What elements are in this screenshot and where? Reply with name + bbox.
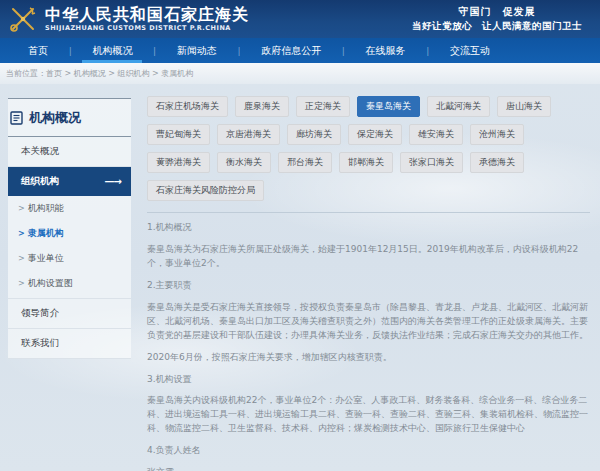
nav-item-interaction[interactable]: 交流互动: [440, 38, 500, 63]
caret-icon: >: [18, 229, 25, 238]
paragraph: 秦皇岛海关是受石家庄海关直接领导，按授权负责秦皇岛市（除昌黎县、青龙县、卢龙县、…: [147, 301, 590, 343]
nav-item-overview[interactable]: 机构概况: [82, 38, 142, 63]
tag-xiongan[interactable]: 雄安海关: [409, 124, 463, 145]
sidebar-item-label: 组织机构: [21, 175, 59, 188]
section-heading-3: 3.机构设置: [147, 373, 590, 387]
tag-luquan[interactable]: 鹿泉海关: [235, 96, 289, 117]
tag-caofeidian[interactable]: 曹妃甸海关: [147, 124, 210, 145]
nav-item-gov-info[interactable]: 政府信息公开: [251, 38, 331, 63]
nav-separator: |: [237, 38, 240, 63]
slogan-line1: 守国门 促发展: [412, 4, 582, 19]
header-slogan: 守国门 促发展 当好让党放心 让人民满意的国门卫士: [412, 4, 588, 33]
tag-risk-control-branch[interactable]: 石家庄海关风险防控分局: [147, 180, 264, 201]
nav-item-online-service[interactable]: 在线服务: [356, 38, 416, 63]
nav-item-home[interactable]: 首页: [18, 38, 58, 63]
tag-langfang[interactable]: 廊坊海关: [287, 124, 341, 145]
sidebar-item-zuzhi-jigou[interactable]: 组织机构 —→: [8, 167, 131, 196]
tag-zhengding[interactable]: 正定海关: [296, 96, 350, 117]
paragraph: 张文霄: [147, 466, 590, 471]
sidebar-subitem-label: 事业单位: [28, 253, 64, 263]
breadcrumb: 当前位置：首页 > 机构概况 > 组织机构 > 隶属机构: [0, 63, 600, 84]
site-title: 中华人民共和国石家庄海关 SHIJIAZHUANG CUSTOMS DISTRI…: [45, 6, 249, 33]
main-content: 石家庄机场海关 鹿泉海关 正定海关 秦皇岛海关 北戴河海关 唐山海关 曹妃甸海关…: [147, 96, 590, 471]
sidebar-item-lianxi-women[interactable]: 联系我们: [8, 329, 131, 359]
site-title-cn: 中华人民共和国石家庄海关: [45, 6, 249, 24]
tag-hengshui[interactable]: 衡水海关: [217, 152, 271, 173]
tag-zhangjiakou[interactable]: 张家口海关: [400, 152, 463, 173]
section-heading-1: 1.机构概况: [147, 221, 590, 235]
nav-item-news[interactable]: 新闻动态: [167, 38, 227, 63]
caret-icon: >: [18, 204, 25, 213]
sidebar-subitem-jigou-zhineng[interactable]: >机构职能: [8, 196, 131, 221]
paragraph: 秦皇岛海关内设科级机构22个，事业单位2个：办公室、人事政工科、财务装备科、综合…: [147, 394, 590, 436]
tag-shijiazhuang-airport[interactable]: 石家庄机场海关: [147, 96, 228, 117]
sidebar-subitem-shiye-danwei[interactable]: >事业单位: [8, 246, 131, 271]
sidebar-subitem-label: 机构职能: [28, 203, 64, 213]
document-icon: [10, 111, 23, 125]
tag-tangshan[interactable]: 唐山海关: [497, 96, 551, 117]
customs-emblem-icon: [8, 4, 38, 34]
nav-separator: |: [342, 38, 345, 63]
article: 1.机构概况 秦皇岛海关为石家庄海关所属正处级海关，始建于1901年12月15日…: [147, 221, 590, 471]
sidebar-title-label: 机构概况: [29, 109, 81, 127]
site-title-en: SHIJIAZHUANG CUSTOMS DISTRICT P.R.CHINA: [45, 25, 249, 32]
page-body: 机构概况 本关概况 组织机构 —→ >机构职能 >隶属机构 >事业单位 >机构设…: [0, 84, 600, 471]
main-nav: 首页 | 机构概况 | 新闻动态 | 政府信息公开 | 在线服务 | 交流互动: [0, 38, 600, 63]
sidebar-subitem-label: 机构设置图: [28, 278, 73, 288]
section-heading-4: 4.负责人姓名: [147, 444, 590, 458]
nav-separator: |: [69, 38, 72, 63]
section-heading-2: 2.主要职责: [147, 279, 590, 293]
sidebar-title: 机构概况: [8, 99, 131, 137]
nav-separator: |: [153, 38, 156, 63]
nav-separator: |: [426, 38, 429, 63]
slogan-line2: 当好让党放心 让人民满意的国门卫士: [412, 19, 582, 33]
tag-huanghuagang[interactable]: 黄骅港海关: [147, 152, 210, 173]
tag-qinhuangdao[interactable]: 秦皇岛海关: [357, 96, 420, 117]
arrow-right-icon: —→: [105, 176, 121, 187]
tag-cangzhou[interactable]: 沧州海关: [470, 124, 524, 145]
sidebar-item-lingdao-jianjie[interactable]: 领导简介: [8, 299, 131, 329]
sidebar-item-benguan-gaikuang[interactable]: 本关概况: [8, 137, 131, 167]
paragraph: 2020年6月份，按照石家庄海关要求，增加辖区内核查职责。: [147, 351, 590, 365]
sidebar-subitem-label: 隶属机构: [28, 228, 64, 238]
sidebar-subgroup: >机构职能 >隶属机构 >事业单位 >机构设置图: [8, 196, 131, 299]
sidebar-subitem-jigou-shezhitu[interactable]: >机构设置图: [8, 271, 131, 296]
customs-office-tabs: 石家庄机场海关 鹿泉海关 正定海关 秦皇岛海关 北戴河海关 唐山海关 曹妃甸海关…: [147, 96, 590, 213]
sidebar-subitem-lishu-jigou[interactable]: >隶属机构: [8, 221, 131, 246]
caret-icon: >: [18, 279, 25, 288]
paragraph: 秦皇岛海关为石家庄海关所属正处级海关，始建于1901年12月15日。2019年机…: [147, 243, 590, 271]
tag-beidaihe[interactable]: 北戴河海关: [427, 96, 490, 117]
caret-icon: >: [18, 254, 25, 263]
sidebar: 机构概况 本关概况 组织机构 —→ >机构职能 >隶属机构 >事业单位 >机构设…: [8, 98, 131, 359]
tag-chengde[interactable]: 承德海关: [470, 152, 524, 173]
tag-baoding[interactable]: 保定海关: [348, 124, 402, 145]
site-header: 中华人民共和国石家庄海关 SHIJIAZHUANG CUSTOMS DISTRI…: [0, 0, 600, 38]
tag-handan[interactable]: 邯郸海关: [339, 152, 393, 173]
tag-jingtanggang[interactable]: 京唐港海关: [217, 124, 280, 145]
tag-xingtai[interactable]: 邢台海关: [278, 152, 332, 173]
